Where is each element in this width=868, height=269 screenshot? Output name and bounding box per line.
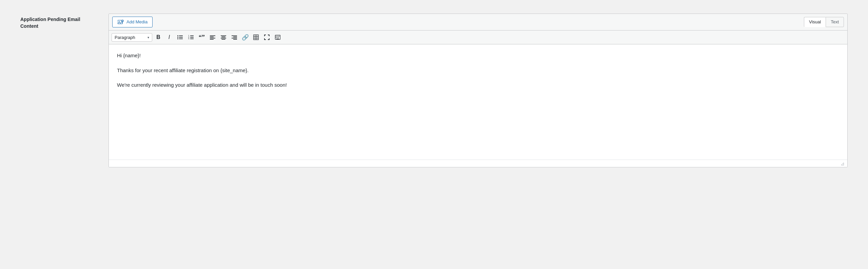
formatting-toolbar: Paragraph ▾ B I (109, 30, 847, 44)
align-right-button[interactable] (230, 33, 239, 42)
add-media-label: Add Media (126, 19, 147, 25)
svg-rect-40 (277, 37, 278, 38)
add-media-icon (117, 19, 124, 25)
align-left-icon (210, 35, 215, 40)
add-media-button[interactable]: Add Media (112, 17, 153, 27)
svg-rect-42 (276, 39, 279, 39)
align-left-button[interactable] (208, 33, 217, 42)
ordered-list-icon: 1. 2. 3. (188, 35, 194, 40)
svg-rect-41 (278, 37, 279, 38)
editor-content-area[interactable]: Hi {name}! Thanks for your recent affili… (109, 44, 847, 160)
svg-rect-39 (276, 37, 276, 38)
content-paragraph-3: We're currently reviewing your affiliate… (117, 81, 839, 89)
tab-text[interactable]: Text (826, 17, 844, 27)
link-icon: 🔗 (242, 34, 249, 41)
table-button[interactable] (251, 33, 261, 42)
svg-text:3.: 3. (188, 38, 190, 40)
content-paragraph-1: Hi {name}! (117, 51, 839, 60)
svg-rect-38 (279, 36, 280, 37)
insert-link-button[interactable]: 🔗 (240, 33, 250, 42)
blockquote-button[interactable]: “” (197, 33, 206, 42)
align-center-button[interactable] (219, 33, 228, 42)
align-right-icon (232, 35, 237, 40)
svg-point-5 (177, 35, 178, 36)
svg-point-6 (177, 37, 178, 38)
keyboard-icon (275, 35, 280, 40)
fullscreen-button[interactable] (262, 33, 272, 42)
field-label: Application Pending Email Content (20, 14, 95, 29)
toolbar-toggle-button[interactable] (273, 33, 282, 42)
chevron-down-icon: ▾ (147, 36, 149, 39)
field-wrapper: Application Pending Email Content Add Me… (20, 14, 848, 167)
unordered-list-icon (177, 35, 183, 40)
paragraph-label: Paragraph (115, 35, 135, 40)
tab-visual[interactable]: Visual (804, 17, 826, 27)
editor-topbar: Add Media Visual Text (109, 14, 847, 30)
paragraph-select[interactable]: Paragraph ▾ (112, 33, 152, 42)
svg-rect-37 (278, 36, 279, 37)
table-icon (253, 35, 259, 40)
content-paragraph-2: Thanks for your recent affiliate registr… (117, 66, 839, 75)
resize-handle-icon[interactable]: ⊿ (841, 161, 845, 166)
editor-resize-bar: ⊿ (109, 160, 847, 167)
align-center-icon (221, 35, 226, 40)
svg-rect-35 (276, 36, 276, 37)
svg-rect-29 (254, 35, 259, 40)
unordered-list-button[interactable] (175, 33, 185, 42)
view-tabs: Visual Text (804, 17, 844, 27)
bold-button[interactable]: B (154, 33, 163, 42)
svg-point-7 (177, 38, 178, 39)
italic-button[interactable]: I (164, 33, 174, 42)
svg-rect-36 (277, 36, 278, 37)
fullscreen-icon (264, 35, 270, 40)
ordered-list-button[interactable]: 1. 2. 3. (186, 33, 196, 42)
wysiwyg-editor: Add Media Visual Text Paragraph ▾ B I (108, 14, 848, 167)
